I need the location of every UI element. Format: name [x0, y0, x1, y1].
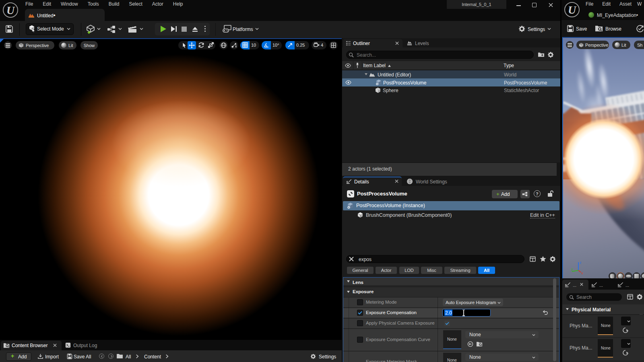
svg-text:x: x — [581, 271, 583, 275]
svg-text:z: z — [580, 261, 582, 265]
svg-text:y: y — [571, 267, 573, 271]
